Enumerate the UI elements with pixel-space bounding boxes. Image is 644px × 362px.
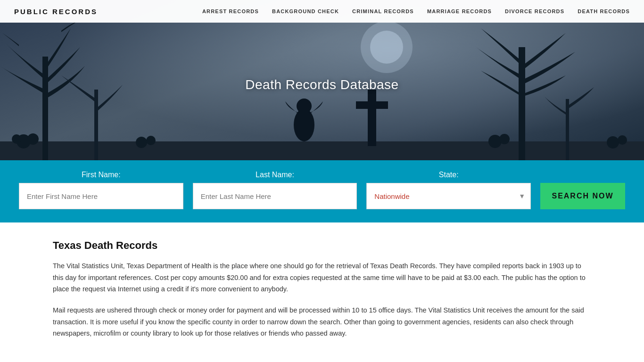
svg-rect-7 [368, 90, 376, 146]
svg-point-1 [370, 31, 403, 64]
state-select-wrapper: NationwideAlabamaAlaskaArizonaArkansasCa… [366, 183, 531, 209]
svg-point-19 [618, 135, 627, 145]
state-label: State: [366, 171, 531, 179]
svg-point-15 [146, 136, 156, 145]
hero-section: Death Records Database [0, 0, 644, 160]
svg-point-17 [499, 134, 510, 144]
svg-point-10 [297, 99, 312, 114]
svg-point-13 [12, 134, 21, 144]
svg-rect-3 [42, 57, 48, 160]
content-heading: Texas Death Records [53, 239, 591, 252]
first-name-field: First Name: [19, 171, 183, 209]
last-name-input[interactable] [193, 183, 357, 209]
nav-background-check[interactable]: BACKGROUND CHECK [272, 8, 339, 14]
svg-point-12 [27, 133, 39, 145]
site-header: PUBLIC RECORDS ARREST RECORDS BACKGROUND… [0, 0, 644, 23]
nav-death-records[interactable]: DEATH RECORDS [578, 8, 630, 14]
first-name-label: First Name: [19, 171, 183, 179]
state-field: State: NationwideAlabamaAlaskaArizonaArk… [366, 171, 531, 209]
site-logo: PUBLIC RECORDS [14, 8, 98, 16]
main-content: Texas Death Records The Vital Statistics… [0, 222, 644, 362]
svg-rect-8 [356, 101, 388, 109]
search-bar: First Name: Last Name: State: Nationwide… [0, 160, 644, 222]
svg-point-14 [136, 137, 147, 148]
nav-arrest-records[interactable]: ARREST RECORDS [202, 8, 259, 14]
nav-divorce-records[interactable]: DIVORCE RECORDS [505, 8, 564, 14]
svg-point-18 [607, 136, 619, 148]
first-name-input[interactable] [19, 183, 183, 209]
state-select[interactable]: NationwideAlabamaAlaskaArizonaArkansasCa… [366, 183, 531, 209]
main-nav: ARREST RECORDS BACKGROUND CHECK CRIMINAL… [202, 8, 630, 14]
content-paragraph-2: Mail requests are ushered through check … [53, 304, 591, 339]
last-name-field: Last Name: [193, 171, 357, 209]
hero-title: Death Records Database [245, 77, 398, 92]
search-now-button[interactable]: SEARCH NOW [540, 183, 625, 209]
nav-criminal-records[interactable]: CRIMINAL RECORDS [352, 8, 414, 14]
last-name-label: Last Name: [193, 171, 357, 179]
content-paragraph-1: The Vital Statistics Unit, Texas Departm… [53, 260, 591, 295]
nav-marriage-records[interactable]: MARRIAGE RECORDS [427, 8, 492, 14]
svg-point-16 [488, 135, 502, 148]
